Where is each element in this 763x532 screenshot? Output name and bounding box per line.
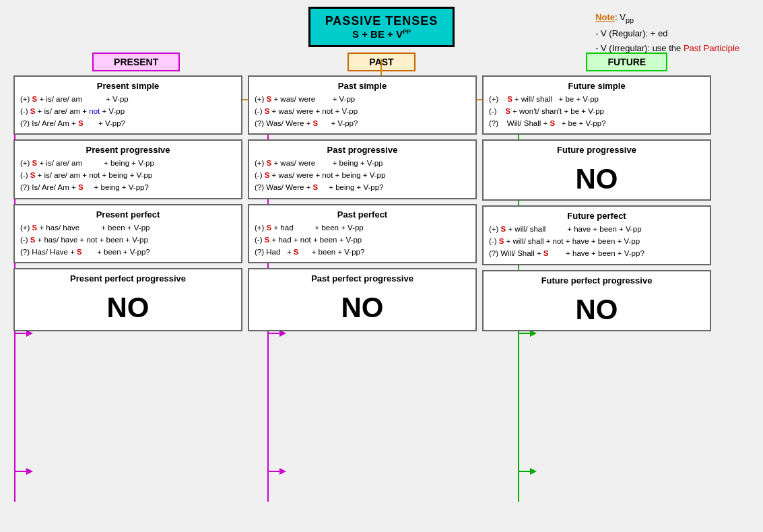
note-line1: Note: Vpp <box>595 10 739 26</box>
pastsimple-line3: (?) Was/ Were + S + V-pp? <box>255 118 470 130</box>
futureprog-no: NO <box>576 163 618 195</box>
pastsimple-line2: (-) S + was/ were + not + V-pp <box>255 106 470 118</box>
pp-line1: (+) S + is/ are/ am + being + V-pp <box>20 158 236 170</box>
title-area: PASSIVE TENSES S + BE + VPP Note: Vpp - … <box>10 7 753 47</box>
pastppp-title: Past perfect progressive <box>311 273 413 284</box>
past-perfect-box: Past perfect (+) S + had + been + V-pp (… <box>248 204 477 263</box>
futuresimple-line2: (-) S + won't/ shan't + be + V-pp <box>489 106 704 118</box>
pastppp-no: NO <box>341 292 384 324</box>
present-progressive-title: Present progressive <box>20 145 236 155</box>
ps-line1: (+) S + is/ are/ am + V-pp <box>20 94 236 106</box>
future-perfect-title: Future perfect <box>489 211 704 221</box>
note-line3: - V (Irregular): use the Past Participle <box>595 41 739 56</box>
note-colon: : Vpp <box>615 12 634 22</box>
pperf-line1: (+) S + has/ have + been + V-pp <box>20 222 236 234</box>
pastperf-line1: (+) S + had + been + V-pp <box>255 222 470 234</box>
note-label: Note <box>595 12 615 22</box>
past-header: PAST <box>347 53 415 71</box>
past-simple-title: Past simple <box>255 81 470 91</box>
future-simple-box: Future simple (+) S + will/ shall + be +… <box>482 75 711 135</box>
present-perfect-progressive-box: Present perfect progressive NO <box>13 268 242 331</box>
ps-line3: (?) Is/ Are/ Am + S + V-pp? <box>20 118 236 130</box>
pastprog-line2: (-) S + was/ were + not + being + V-pp <box>255 170 470 182</box>
present-header: PRESENT <box>92 53 180 71</box>
ppp-title: Present perfect progressive <box>70 273 186 284</box>
pastperf-line3: (?) Had + S + been + V-pp? <box>255 246 470 259</box>
present-simple-title: Present simple <box>20 81 236 91</box>
future-progressive-box: Future progressive NO <box>482 139 711 201</box>
past-column: Past simple (+) S + was/ were + V-pp (-)… <box>248 75 477 331</box>
pastsimple-line1: (+) S + was/ were + V-pp <box>255 94 470 106</box>
note-line2: - V (Regular): + ed <box>595 26 739 41</box>
present-perfect-box: Present perfect (+) S + has/ have + been… <box>13 204 242 263</box>
present-progressive-box: Present progressive (+) S + is/ are/ am … <box>13 139 242 199</box>
page: PASSIVE TENSES S + BE + VPP Note: Vpp - … <box>0 0 763 532</box>
pperf-line2: (-) S + has/ have + not + been + V-pp <box>20 234 236 246</box>
future-column: Future simple (+) S + will/ shall + be +… <box>482 75 711 331</box>
present-column: Present simple (+) S + is/ are/ am + V-p… <box>13 75 242 331</box>
svg-marker-16 <box>26 468 33 475</box>
pp-line3: (?) Is/ Are/ Am + S + being + V-pp? <box>20 182 236 194</box>
future-simple-title: Future simple <box>489 81 704 91</box>
svg-marker-25 <box>279 468 286 475</box>
past-perfect-title: Past perfect <box>255 209 470 220</box>
past-progressive-title: Past progressive <box>255 145 470 155</box>
future-perfect-box: Future perfect (+) S + will/ shall + hav… <box>482 205 711 265</box>
pp-line2: (-) S + is/ are/ am + not + being + V-pp <box>20 170 236 182</box>
past-perfect-progressive-box: Past perfect progressive NO <box>248 268 477 331</box>
svg-marker-34 <box>530 468 537 475</box>
present-simple-box: Present simple (+) S + is/ are/ am + V-p… <box>13 75 242 135</box>
past-simple-box: Past simple (+) S + was/ were + V-pp (-)… <box>248 75 477 135</box>
pastperf-line2: (-) S + had + not + been + V-pp <box>255 234 470 246</box>
future-perfect-progressive-box: Future perfect progressive NO <box>482 270 711 331</box>
futureperf-line3: (?) Will/ Shall + S + have + been + V-pp… <box>489 248 704 260</box>
page-title: PASSIVE TENSES <box>325 14 438 28</box>
title-formula: S + BE + VPP <box>325 28 438 40</box>
futureprog-title: Future progressive <box>557 145 636 155</box>
present-perfect-title: Present perfect <box>20 209 236 220</box>
past-progressive-box: Past progressive (+) S + was/ were + bei… <box>248 139 477 199</box>
note-area: Note: Vpp - V (Regular): + ed - V (Irreg… <box>595 10 739 56</box>
pastprog-line3: (?) Was/ Were + S + being + V-pp? <box>255 182 470 194</box>
ppp-no: NO <box>107 292 150 324</box>
pperf-line3: (?) Has/ Have + S + been + V-pp? <box>20 246 236 259</box>
futureperf-line1: (+) S + will/ shall + have + been + V-pp <box>489 224 704 236</box>
futuresimple-line1: (+) S + will/ shall + be + V-pp <box>489 94 704 106</box>
main-body: Present simple (+) S + is/ are/ am + V-p… <box>10 75 753 331</box>
pastprog-line1: (+) S + was/ were + being + V-pp <box>255 158 470 170</box>
past-participle-text: Past Participle <box>684 43 739 53</box>
futuresimple-line3: (?) Will/ Shall + S + be + V-pp? <box>489 118 704 130</box>
pp-sup: PP <box>403 28 411 35</box>
futureppp-no: NO <box>576 294 618 326</box>
futureppp-title: Future perfect progressive <box>541 275 653 286</box>
futureperf-line2: (-) S + will/ shall + not + have + been … <box>489 236 704 248</box>
ps-line2: (-) S + is/ are/ am + not + V-pp <box>20 106 236 118</box>
title-box: PASSIVE TENSES S + BE + VPP <box>308 7 455 47</box>
